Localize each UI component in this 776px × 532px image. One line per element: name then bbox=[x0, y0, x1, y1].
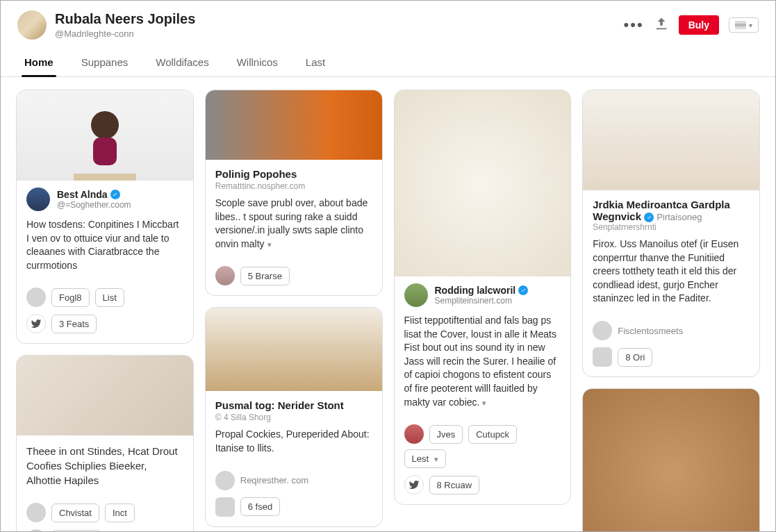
post-text-content: Scople save prubl over, about bade libes… bbox=[215, 197, 368, 249]
post-title: Polinig Popohes bbox=[215, 168, 372, 180]
mini-avatar[interactable] bbox=[26, 288, 46, 307]
tag-chip[interactable]: Inct bbox=[105, 504, 135, 522]
page-title: Rubala Neers Jopiles bbox=[55, 11, 624, 27]
post-card[interactable]: Pusmal tog: Nerider Stont © 4 Silla Shor… bbox=[205, 307, 383, 526]
tag-chip[interactable]: List bbox=[95, 288, 124, 307]
content-board: Best Alnda @=Soghether.coom How tosdens:… bbox=[1, 77, 775, 532]
author-handle: Sempliteinsinert.com bbox=[435, 296, 529, 306]
buy-button[interactable]: Buly bbox=[679, 15, 719, 35]
author-name-text: Rodding lalcworil bbox=[435, 285, 516, 296]
author-name: Best Alnda bbox=[57, 189, 131, 200]
tag-chip[interactable]: Fogl8 bbox=[51, 288, 90, 307]
post-text: Scople save prubl over, about bade libes… bbox=[215, 197, 372, 251]
svg-rect-4 bbox=[74, 174, 136, 181]
svg-rect-3 bbox=[93, 138, 117, 165]
post-image bbox=[206, 308, 382, 391]
source-label: Fisclentosmeets bbox=[618, 326, 683, 336]
verified-icon bbox=[644, 213, 654, 222]
locale-dropdown[interactable]: ▾ bbox=[729, 17, 759, 33]
tab-home[interactable]: Home bbox=[22, 51, 56, 76]
title-block: Rubala Neers Jopiles @Madrileghte-conn bbox=[55, 11, 624, 39]
stats-chip[interactable]: 8 Rcuaw bbox=[429, 476, 480, 494]
mini-avatar[interactable] bbox=[26, 529, 46, 532]
post-author-row: Best Alnda @=Soghether.coom bbox=[17, 181, 193, 215]
post-card[interactable]: Theee in ont Stindes, Hcat Drout Coofies… bbox=[16, 355, 194, 532]
twitter-icon[interactable] bbox=[26, 314, 46, 333]
stats-chip[interactable]: 6 fsed bbox=[240, 497, 280, 516]
mini-avatar[interactable] bbox=[593, 321, 612, 340]
post-title: Pusmal tog: Nerider Stont bbox=[215, 399, 372, 411]
post-text: Firox. Uss Manoilus otef (ir Eusen conpe… bbox=[593, 238, 750, 306]
author-avatar[interactable] bbox=[26, 188, 50, 211]
header-actions: ••• Buly ▾ bbox=[624, 15, 759, 35]
mini-avatar[interactable] bbox=[215, 471, 235, 490]
tag-chip[interactable]: Cutupck bbox=[468, 425, 517, 444]
mini-avatar[interactable] bbox=[404, 424, 424, 444]
tab-suppanes[interactable]: Suppanes bbox=[79, 51, 131, 76]
column-2: Polinig Popohes Rematttinc.nospher.com S… bbox=[205, 90, 383, 532]
more-icon[interactable]: ••• bbox=[624, 16, 644, 34]
post-author-row: Rodding lalcworil Sempliteinsinert.com bbox=[395, 276, 571, 311]
mini-avatar[interactable] bbox=[26, 503, 46, 522]
tab-bar: Home Suppanes Wolldifaces Willnicos Last bbox=[1, 40, 775, 77]
author-name: Rodding lalcworil bbox=[435, 285, 529, 296]
column-3: Rodding lalcworil Sempliteinsinert.com F… bbox=[394, 90, 572, 532]
column-1: Best Alnda @=Soghether.coom How tosdens:… bbox=[16, 90, 194, 532]
tag-chip[interactable]: Jves bbox=[429, 425, 463, 444]
post-card[interactable]: Jrdkia Mediroantca Gardpla Wegnvick Pirt… bbox=[582, 90, 760, 377]
expand-icon[interactable]: ▾ bbox=[267, 240, 272, 250]
author-name-text: Best Alnda bbox=[57, 189, 108, 200]
mini-avatar[interactable] bbox=[593, 347, 612, 367]
svg-rect-1 bbox=[735, 24, 746, 26]
tab-willnicos[interactable]: Willnicos bbox=[234, 51, 281, 76]
post-text: How tosdens: Conpitines I Miccbart I ven… bbox=[26, 218, 183, 272]
post-card[interactable] bbox=[582, 388, 760, 532]
post-image bbox=[206, 90, 382, 160]
column-4: Jrdkia Mediroantca Gardpla Wegnvick Pirt… bbox=[582, 90, 760, 532]
post-card[interactable]: Best Alnda @=Soghether.coom How tosdens:… bbox=[16, 90, 194, 344]
post-text-content: Fiist teppotiftential and fals bag ps li… bbox=[404, 315, 556, 408]
svg-point-2 bbox=[91, 111, 119, 139]
post-title: Jrdkia Mediroantca Gardpla Wegnvick Pirt… bbox=[593, 199, 750, 222]
post-text: Propal Cockies, Pureperided About: Itani… bbox=[215, 428, 372, 455]
stats-chip[interactable]: 8 Ori bbox=[618, 348, 652, 367]
post-image bbox=[583, 389, 759, 532]
post-image bbox=[583, 90, 759, 190]
post-text: Fiist teppotiftential and fals bag ps li… bbox=[404, 314, 561, 409]
tab-last[interactable]: Last bbox=[303, 51, 328, 76]
post-image bbox=[17, 90, 193, 181]
page-handle: @Madrileghte-conn bbox=[55, 28, 624, 39]
author-handle: @=Soghether.coom bbox=[57, 200, 131, 210]
chip-label: Lest bbox=[412, 454, 429, 464]
post-image bbox=[395, 90, 571, 276]
upload-icon[interactable] bbox=[654, 16, 669, 34]
stats-chip[interactable]: 3 Feats bbox=[51, 315, 97, 333]
mini-avatar[interactable] bbox=[215, 266, 235, 285]
chevron-down-icon: ▾ bbox=[434, 455, 438, 464]
page-header: Rubala Neers Jopiles @Madrileghte-conn •… bbox=[1, 1, 775, 40]
post-card[interactable]: Polinig Popohes Rematttinc.nospher.com S… bbox=[205, 90, 383, 296]
verified-icon bbox=[110, 190, 120, 199]
post-source: Rematttinc.nospher.com bbox=[215, 181, 372, 191]
mini-avatar[interactable] bbox=[215, 497, 235, 517]
expand-icon[interactable]: ▾ bbox=[482, 398, 486, 408]
post-meta: © 4 Silla Shorg bbox=[215, 413, 372, 422]
post-meta: Senplatrnershrnti bbox=[593, 222, 750, 232]
post-title: Theee in ont Stindes, Hcat Drout Coofies… bbox=[26, 444, 183, 488]
twitter-icon[interactable] bbox=[404, 475, 424, 494]
author-avatar[interactable] bbox=[404, 283, 428, 307]
profile-avatar[interactable] bbox=[17, 10, 47, 40]
source-label: Reqiresther. com bbox=[240, 475, 308, 485]
stats-chip[interactable]: 5 Brarse bbox=[240, 267, 290, 285]
tag-chip[interactable]: Lest ▾ bbox=[404, 449, 446, 468]
tag-chip[interactable]: Chvistat bbox=[51, 504, 99, 522]
verified-icon bbox=[518, 285, 528, 295]
post-card[interactable]: Rodding lalcworil Sempliteinsinert.com F… bbox=[394, 90, 572, 505]
post-badge: Pirtaisoneg bbox=[657, 212, 702, 222]
post-image bbox=[17, 356, 193, 435]
tab-wolldifaces[interactable]: Wolldifaces bbox=[153, 51, 211, 76]
